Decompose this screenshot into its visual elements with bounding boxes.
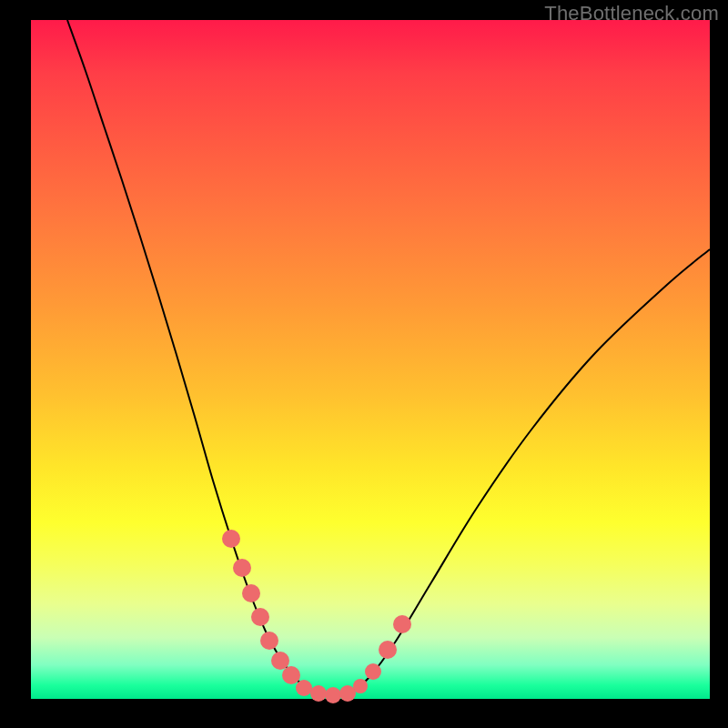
chart-frame: TheBottleneck.com bbox=[0, 0, 728, 728]
curve-marker bbox=[222, 530, 240, 548]
curve-marker bbox=[233, 559, 251, 577]
curve-layer bbox=[31, 20, 710, 699]
curve-marker bbox=[251, 608, 269, 626]
watermark-text: TheBottleneck.com bbox=[544, 2, 719, 25]
curve-marker bbox=[365, 663, 381, 680]
curve-marker bbox=[325, 687, 341, 703]
curve-marker bbox=[310, 685, 327, 702]
curve-marker bbox=[379, 641, 397, 659]
curve-marker bbox=[353, 679, 368, 693]
curve-marker bbox=[282, 666, 300, 684]
curve-marker bbox=[260, 632, 278, 650]
curve-marker bbox=[296, 680, 312, 696]
curve-marker bbox=[242, 584, 260, 602]
curve-marker bbox=[393, 615, 411, 633]
curve-marker bbox=[271, 652, 289, 670]
plot-area bbox=[31, 20, 710, 699]
bottleneck-curve bbox=[67, 20, 710, 695]
curve-markers bbox=[222, 530, 411, 703]
